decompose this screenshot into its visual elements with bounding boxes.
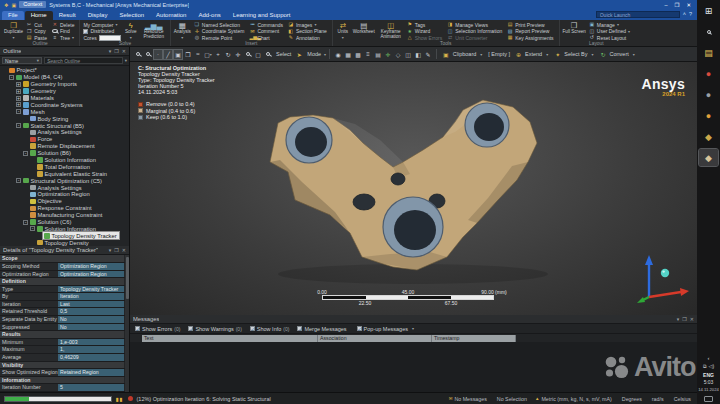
delete-button[interactable]: ✕Delete <box>52 22 76 28</box>
tree-item[interactable]: + Geometry <box>0 88 129 95</box>
filter-type-select[interactable]: Name▾ <box>2 57 42 64</box>
tree-expand-icon[interactable] <box>30 171 35 176</box>
details-row[interactable]: Maximum 1, <box>0 346 129 354</box>
coordinate-system-button[interactable]: ✛Coordinate System <box>194 29 247 35</box>
convert-dropdown[interactable]: ↻Convert▾ <box>600 51 634 58</box>
float-icon[interactable]: ❐ <box>682 315 686 323</box>
close-button[interactable]: ✕ <box>686 1 691 9</box>
commands-button[interactable]: ≔Commands <box>249 22 285 28</box>
rotate-icon[interactable]: ↻ <box>223 49 233 60</box>
tree-item[interactable]: - Structural Optimization (C5) <box>0 177 129 184</box>
details-row[interactable]: By Iteration <box>0 293 129 301</box>
tree-item[interactable]: + Geometry Imports <box>0 81 129 88</box>
tree-item[interactable]: Body Sizing <box>0 115 129 122</box>
tree-item[interactable]: - Mesh <box>0 108 129 115</box>
viewports-icon[interactable]: ◫ <box>403 49 413 60</box>
app-icon-dark[interactable]: ◆ <box>699 128 718 145</box>
message-filter-checkbox[interactable]: ✓ Show Errors (0) <box>135 326 182 332</box>
user-defined-button[interactable]: ◫User Defined▾ <box>589 29 630 35</box>
tab-display[interactable]: Display <box>82 11 114 20</box>
tree-item[interactable]: + Coordinate Systems <box>0 101 129 108</box>
zoom-icon[interactable] <box>243 49 253 60</box>
tree-item[interactable]: Project* <box>0 67 129 74</box>
units-button[interactable]: ⇄ Units ▾ <box>336 21 350 41</box>
select-by-dropdown[interactable]: ✦Select By▾ <box>555 51 593 58</box>
tree-item[interactable]: Remote Displacement <box>0 143 129 150</box>
zoom-out-icon[interactable] <box>133 49 143 60</box>
pause-solve-icon[interactable]: ▮▮ <box>116 396 124 402</box>
tree-item[interactable]: Force <box>0 136 129 143</box>
tree-expand-icon[interactable] <box>37 233 42 238</box>
clipboard-dropdown[interactable]: ▣Clipboard▾ <box>443 51 482 58</box>
tree-item[interactable]: Topology Density Tracker <box>0 232 129 239</box>
tree-item[interactable]: Optimization Region <box>0 191 129 198</box>
message-filter-checkbox[interactable]: ✓ Pop-up Messages ▾ <box>357 326 414 332</box>
section-plane-button[interactable]: ◧Section Plane <box>288 29 329 35</box>
tab-selection[interactable]: Selection <box>113 11 150 20</box>
tree-expand-icon[interactable]: - <box>30 226 35 231</box>
details-row[interactable]: Separate Data by Entity No <box>0 316 129 324</box>
status-item[interactable]: ▲ Metric (mm, kg, N, s, mV, mA) <box>535 396 612 402</box>
table-column-header[interactable]: Timestamp <box>432 335 516 342</box>
tab-learning-support[interactable]: Learning and Support <box>227 11 297 20</box>
tree-item[interactable]: Topology Density <box>0 239 129 246</box>
tree-expand-icon[interactable] <box>23 192 28 197</box>
analysis-button[interactable]: ▦ Analysis ▾ <box>174 21 191 41</box>
report-preview-button[interactable]: ▧Report Preview <box>507 29 555 35</box>
ruler-icon[interactable]: ≡ <box>363 49 373 60</box>
tree-item[interactable]: - Solution (B6) <box>0 150 129 157</box>
details-row[interactable]: Definition <box>0 278 129 286</box>
tab-add-ons[interactable]: Add-ons <box>192 11 226 20</box>
status-item[interactable]: No Selection <box>495 396 527 402</box>
app-icon-gray[interactable]: ● <box>699 86 718 103</box>
pane-options-icon[interactable]: ▾ <box>677 315 680 323</box>
tree-expand-icon[interactable]: + <box>16 82 21 87</box>
cut-button[interactable]: ✂Cut <box>26 22 49 28</box>
details-row[interactable]: Iteration Number 5 <box>0 384 129 392</box>
close-icon[interactable]: ✕ <box>690 315 694 323</box>
extend-dropdown[interactable]: ⊕Extend▾ <box>516 51 548 58</box>
select-vertices-icon[interactable]: ∙ <box>153 49 163 60</box>
details-row[interactable]: Visibility <box>0 362 129 370</box>
tree-expand-icon[interactable]: - <box>23 151 28 156</box>
tree-item[interactable]: Equivalent Elastic Strain <box>0 170 129 177</box>
tree-expand-icon[interactable] <box>23 185 28 190</box>
show-mesh-icon[interactable]: ▩ <box>353 49 363 60</box>
tree-expand-icon[interactable]: - <box>23 220 28 225</box>
details-row[interactable]: Average 0,46209 <box>0 354 129 362</box>
images-button[interactable]: ◪Images▾ <box>288 22 329 28</box>
details-row[interactable]: Results <box>0 331 129 339</box>
tags-button[interactable]: ⚑Tags <box>407 22 445 28</box>
tree-expand-icon[interactable] <box>23 130 28 135</box>
context-tab[interactable]: Context <box>19 1 46 8</box>
save-icon[interactable]: ▣ <box>11 2 16 8</box>
pan-icon[interactable]: ✛ <box>233 49 243 60</box>
tab-result[interactable]: Result <box>53 11 82 20</box>
volume-icon[interactable]: ◁) <box>709 363 715 370</box>
select-faces-icon[interactable]: ▣ <box>173 49 183 60</box>
help-icon[interactable]: ? <box>689 11 692 18</box>
show-desktop-button[interactable] <box>704 396 713 402</box>
file-explorer-icon[interactable]: ▤ <box>699 44 718 61</box>
details-row[interactable]: Scope <box>0 255 129 263</box>
close-icon[interactable]: ✕ <box>122 246 126 254</box>
tree-expand-icon[interactable]: - <box>16 178 21 183</box>
language-indicator[interactable]: ENG <box>703 372 714 378</box>
tree-expand-icon[interactable]: + <box>16 102 21 107</box>
solve-process-select[interactable]: My Computer▾ <box>83 22 120 28</box>
maximize-button[interactable]: ❐ <box>674 1 679 9</box>
filter-expand-icon[interactable]: ▾ <box>125 58 127 63</box>
details-row[interactable]: Retained Threshold 0,5 <box>0 308 129 316</box>
app-icon-gold[interactable]: ● <box>699 107 718 124</box>
details-row[interactable]: Iteration Last <box>0 301 129 309</box>
triad-axes[interactable] <box>635 253 691 305</box>
pane-options-icon[interactable]: ▾ <box>109 246 112 254</box>
tree-item[interactable]: Analysis Settings <box>0 184 129 191</box>
tree-item[interactable]: - Solution (C6) <box>0 219 129 226</box>
viewport-3d[interactable]: C: Structural OptimizationTopology Densi… <box>130 62 697 315</box>
tree-item[interactable]: Solution Information <box>0 157 129 164</box>
start-icon[interactable]: ⊞ <box>699 2 718 19</box>
tree-item[interactable]: Analysis Settings <box>0 129 129 136</box>
tree-expand-icon[interactable]: - <box>16 123 21 128</box>
tab-automation[interactable]: Automation <box>150 11 192 20</box>
